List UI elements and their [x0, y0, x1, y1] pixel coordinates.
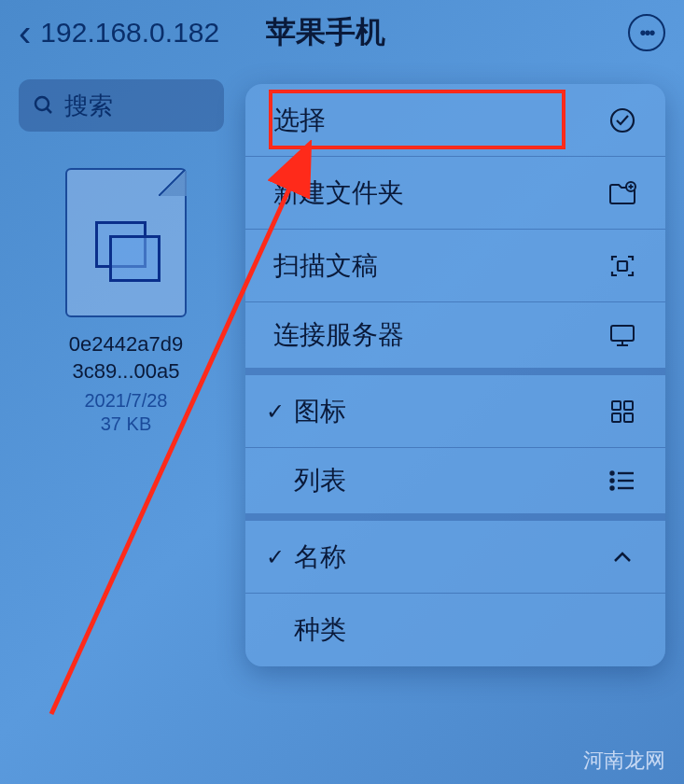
svg-point-12	[611, 472, 614, 475]
menu-item-list-view[interactable]: 列表	[245, 448, 665, 521]
svg-point-0	[35, 97, 49, 110]
nav-back-label[interactable]: 192.168.0.182	[40, 17, 219, 49]
svg-rect-9	[624, 401, 633, 410]
menu-label: 图标	[294, 394, 607, 429]
menu-item-select[interactable]: 选择	[245, 84, 665, 157]
svg-rect-5	[611, 326, 634, 341]
menu-label: 新建文件夹	[273, 175, 607, 211]
svg-rect-11	[624, 413, 633, 422]
search-icon	[33, 94, 55, 117]
nav-title: 苹果手机	[266, 12, 385, 53]
grid-icon	[607, 397, 637, 427]
check-icon: ✓	[266, 544, 294, 570]
svg-point-16	[611, 487, 614, 490]
svg-point-2	[611, 109, 634, 132]
menu-item-sort-kind[interactable]: 种类	[245, 594, 665, 666]
menu-item-new-folder[interactable]: 新建文件夹	[245, 157, 665, 230]
watermark: 河南龙网	[583, 747, 665, 775]
svg-rect-8	[612, 401, 621, 410]
context-menu: 选择 新建文件夹 扫描文稿 连接服务器	[245, 84, 665, 666]
menu-item-connect-server[interactable]: 连接服务器	[245, 302, 665, 375]
back-chevron-icon[interactable]: ‹	[19, 12, 31, 54]
folder-plus-icon	[607, 178, 637, 208]
menu-label: 选择	[273, 103, 607, 138]
menu-item-scan[interactable]: 扫描文稿	[245, 230, 665, 302]
file-name: 0e2442a7d9 3c89...00a5	[33, 331, 219, 385]
scan-icon	[607, 251, 637, 281]
list-icon	[607, 466, 637, 496]
display-icon	[607, 320, 637, 350]
menu-label: 连接服务器	[273, 317, 607, 353]
menu-label: 扫描文稿	[273, 248, 607, 284]
menu-item-icon-view[interactable]: ✓ 图标	[245, 375, 665, 448]
ellipsis-icon: •••	[639, 22, 653, 44]
menu-label: 列表	[273, 463, 607, 498]
nav-bar: ‹ 192.168.0.182 苹果手机 •••	[0, 0, 684, 65]
search-bar[interactable]: 搜索	[19, 79, 224, 132]
more-menu-button[interactable]: •••	[628, 14, 665, 51]
search-placeholder: 搜索	[64, 90, 113, 122]
menu-label: 名称	[294, 539, 607, 575]
file-thumbnail	[65, 168, 187, 317]
check-icon: ✓	[266, 399, 294, 425]
file-item[interactable]: 0e2442a7d9 3c89...00a5 2021/7/28 37 KB	[33, 168, 219, 435]
svg-point-14	[611, 480, 614, 483]
menu-label: 种类	[273, 612, 637, 648]
file-date: 2021/7/28	[33, 390, 219, 412]
file-size: 37 KB	[33, 413, 219, 435]
menu-item-sort-name[interactable]: ✓ 名称	[245, 521, 665, 594]
svg-rect-10	[612, 413, 621, 422]
svg-rect-4	[618, 261, 627, 271]
svg-line-1	[47, 108, 51, 113]
chevron-up-icon	[607, 542, 637, 572]
checkmark-circle-icon	[607, 105, 637, 135]
